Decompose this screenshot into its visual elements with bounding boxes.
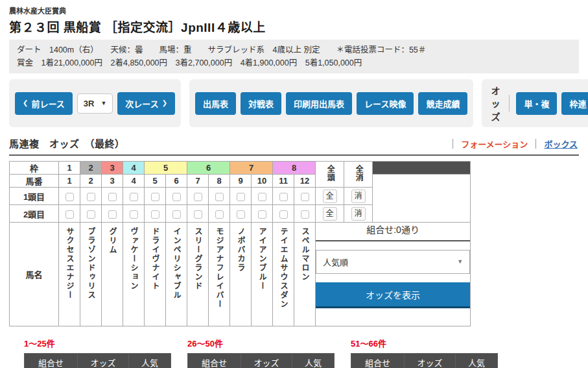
checkbox-row1-horse6[interactable]	[172, 193, 181, 201]
nav-button-race-results[interactable]: 競走成績	[418, 92, 467, 115]
checkbox-row1-horse5[interactable]	[151, 193, 159, 201]
odds-result-block-2: 26～50件組合せオッズ人気3-6337.026	[187, 337, 335, 368]
checkbox-row2-horse1[interactable]	[65, 210, 74, 219]
checkbox-cell-row2-horse10	[252, 205, 273, 223]
checkbox-row2-horse6[interactable]	[172, 210, 181, 219]
checkbox-row1-horse11[interactable]	[279, 193, 288, 201]
horse-number-3: 3	[102, 175, 123, 188]
checkbox-row1-horse3[interactable]	[108, 193, 117, 201]
horse-name-9: ノボバカラ	[230, 223, 252, 326]
checkbox-row2-horse4[interactable]	[130, 210, 138, 219]
checkbox-cell-row2-horse3	[102, 205, 123, 223]
selector-table: 枠12345678全頭全消馬番1234567891011121頭目全消2頭目全消…	[9, 161, 471, 326]
checkbox-row1-horse12[interactable]	[301, 193, 309, 201]
column-header-combination: 組合せ	[351, 354, 405, 368]
nav-button-print-entries[interactable]: 印刷用出馬表	[286, 92, 352, 115]
section-title: 馬連複 オッズ （最終）	[9, 136, 125, 150]
horse-name-2: ブラゾンドゥリス	[80, 223, 102, 326]
checkbox-cell-row1-horse3	[102, 188, 123, 205]
all-head-column-label: 全頭	[316, 162, 344, 188]
checkbox-row2-horse5[interactable]	[151, 210, 159, 219]
frame-5-cell: 5	[145, 162, 187, 175]
checkbox-row1-horse7[interactable]	[194, 193, 202, 201]
horse-number-8: 8	[209, 175, 230, 188]
horse-name-6: インペリシャブル	[166, 223, 187, 326]
divider	[535, 139, 536, 149]
checkbox-row2-horse9[interactable]	[237, 210, 245, 219]
horse-name-12: スペルマロン	[294, 223, 316, 326]
column-header-odds: オッズ	[241, 354, 292, 368]
chevron-down-icon: ▼	[100, 101, 106, 106]
select-all-row2-button[interactable]: 全	[323, 207, 337, 221]
odds-results: 1～25件組合せオッズ人気7-114.6126～50件組合せオッズ人気3-633…	[9, 337, 579, 368]
checkbox-row2-horse10[interactable]	[258, 210, 266, 219]
next-race-button[interactable]: 次レース ❯	[117, 92, 175, 115]
race-info-bar: ダート 1400m（右） 天候：曇 馬場：重 サラブレッド系 4歳以上 別定 ＊…	[9, 40, 579, 73]
frame-7-cell: 7	[230, 162, 273, 175]
nav-button-matchup[interactable]: 対戦表	[241, 92, 281, 115]
clear-all-row1-button[interactable]: 消	[351, 190, 366, 203]
checkbox-cell-row1-horse12	[294, 188, 316, 205]
race-links-group: 出馬表対戦表印刷用出馬表レース映像競走成績	[189, 79, 473, 127]
checkbox-cell-row1-horse11	[273, 188, 294, 205]
all-clear-column-label: 全消	[344, 162, 373, 188]
frame-6-cell: 6	[187, 162, 230, 175]
prev-race-label: 前レース	[31, 97, 64, 110]
checkbox-row2-horse3[interactable]	[108, 210, 117, 219]
column-header-popularity: 人気	[292, 354, 335, 368]
formation-link[interactable]: フォーメーション	[461, 138, 528, 150]
prev-race-button[interactable]: ❮ 前レース	[15, 92, 73, 115]
horse-name-text-5: ドライヴナイト	[151, 227, 159, 291]
horse-name-4: ヴァケーション	[123, 223, 145, 326]
nav-button-entries[interactable]: 出馬表	[195, 92, 236, 115]
row-label-head2: 2頭目	[10, 205, 59, 223]
result-range-label-1: 1～25件	[24, 337, 171, 349]
horse-name-text-12: スペルマロン	[301, 227, 309, 282]
horse-name-text-3: グリム	[108, 227, 116, 254]
odds-result-table-3: 組合せオッズ人気2-91497.551	[351, 353, 498, 368]
name-row-label: 馬名	[10, 223, 59, 326]
chevron-right-icon: ❯	[162, 100, 167, 106]
nav-button-race-video[interactable]: レース映像	[357, 92, 414, 115]
checkbox-row1-horse4[interactable]	[130, 193, 138, 201]
horse-number-9: 9	[230, 175, 252, 188]
umaban-row-label: 馬番	[10, 175, 59, 188]
horse-name-10: アイアンブルー	[252, 223, 273, 326]
horse-name-1: サクセスエナジー	[59, 223, 80, 326]
result-range-label-3: 51～66件	[351, 337, 498, 349]
checkbox-row2-horse7[interactable]	[194, 210, 202, 219]
horse-name-text-2: ブラゾンドゥリス	[87, 227, 95, 300]
show-odds-button[interactable]: オッズを表示	[316, 282, 470, 308]
odds-tab-win-place[interactable]: 単・複	[516, 92, 557, 115]
checkbox-row2-horse12[interactable]	[301, 210, 309, 219]
checkbox-row1-horse2[interactable]	[87, 193, 95, 201]
odds-tab-wakuren[interactable]: 枠連	[561, 92, 588, 115]
checkbox-row2-horse11[interactable]	[279, 210, 288, 219]
checkbox-row1-horse9[interactable]	[237, 193, 245, 201]
odds-result-block-1: 1～25件組合せオッズ人気7-114.61	[24, 337, 171, 368]
horse-name-text-1: サクセスエナジー	[65, 227, 73, 300]
horse-number-5: 5	[145, 175, 166, 188]
checkbox-row1-horse8[interactable]	[215, 193, 224, 201]
odds-label: オッズ	[488, 84, 502, 123]
checkbox-cell-row1-horse6	[166, 188, 187, 205]
race-number-select[interactable]: 3R ▼	[77, 93, 113, 114]
clear-all-row2-button[interactable]: 消	[351, 207, 366, 221]
checkbox-cell-row1-horse4	[123, 188, 145, 205]
checkbox-cell-row2-horse6	[166, 205, 187, 223]
horse-number-12: 12	[294, 175, 316, 188]
select-all-row1-button[interactable]: 全	[323, 190, 337, 203]
checkbox-row1-horse1[interactable]	[65, 193, 74, 201]
checkbox-row1-horse10[interactable]	[258, 193, 266, 201]
box-link[interactable]: ボックス	[544, 138, 578, 150]
checkbox-row2-horse2[interactable]	[87, 210, 95, 219]
section-links: フォーメーション ボックス	[453, 138, 579, 150]
checkbox-cell-row2-horse5	[145, 205, 166, 223]
checkbox-row2-horse8[interactable]	[215, 210, 224, 219]
frame-3-cell: 3	[102, 162, 123, 175]
horse-name-7: スリーグランド	[187, 223, 209, 326]
sort-order-select[interactable]: 人気順▼	[316, 250, 470, 274]
chevron-down-icon: ▼	[457, 259, 463, 265]
checkbox-cell-row2-horse8	[209, 205, 230, 223]
horse-number-1: 1	[59, 175, 80, 188]
